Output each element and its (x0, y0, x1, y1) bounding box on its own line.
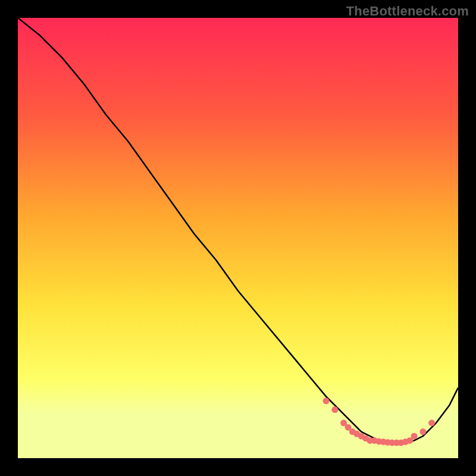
marker-dot (419, 428, 426, 435)
marker-dot (411, 433, 418, 440)
bottleneck-curve (18, 18, 458, 443)
chart-frame: TheBottleneck.com (0, 0, 476, 476)
marker-dot (331, 406, 338, 413)
marker-dot (428, 419, 435, 426)
plot-area (18, 18, 458, 458)
watermark-text: TheBottleneck.com (346, 4, 469, 19)
curve-layer (18, 18, 458, 458)
marker-dot (323, 397, 330, 404)
